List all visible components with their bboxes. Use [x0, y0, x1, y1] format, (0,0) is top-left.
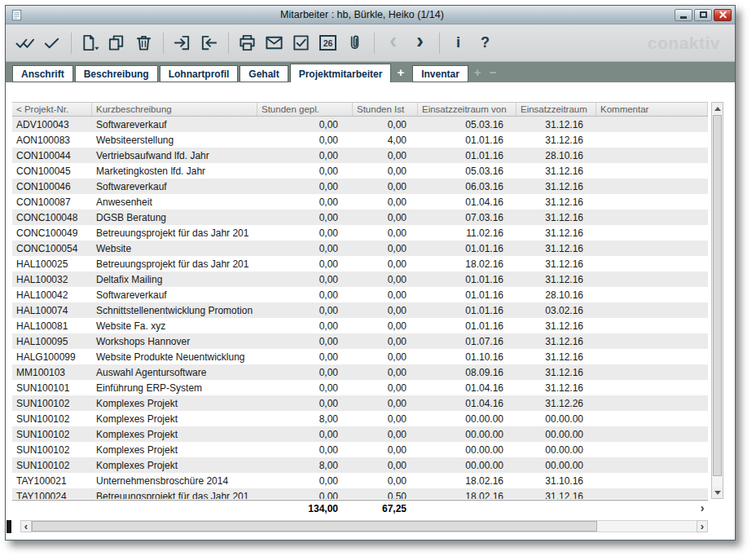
column-header[interactable]: Stunden Ist	[353, 103, 418, 116]
table-row[interactable]: CONC100054Website0,000,0001.01.1631.12.1…	[12, 240, 708, 256]
cell: TAY100024	[12, 488, 92, 499]
cell: 0,00	[353, 179, 418, 194]
tab-projektmitarbeiter[interactable]: Projektmitarbeiter	[290, 64, 392, 82]
cell: 31.12.16	[516, 194, 596, 210]
duplicate-icon[interactable]	[106, 30, 128, 56]
cell	[596, 240, 708, 256]
cell: 0,00	[257, 163, 353, 179]
cell: 0,00	[257, 194, 353, 210]
table-row[interactable]: SUN100101Einführung ERP-System0,000,0001…	[12, 380, 708, 395]
cell: ADV100043	[12, 117, 92, 132]
splitter-grip[interactable]	[7, 520, 11, 533]
tab-inventar[interactable]: Inventar	[412, 65, 468, 82]
cell: 0,00	[353, 364, 418, 380]
column-header[interactable]: < Projekt-Nr.	[12, 103, 92, 116]
column-header[interactable]: Kurzbeschreibung	[92, 103, 257, 116]
column-header[interactable]: Kommentar	[596, 103, 708, 116]
save-icon[interactable]	[41, 30, 63, 56]
scroll-down-button[interactable]	[712, 487, 723, 498]
column-header[interactable]: Stunden gepl.	[257, 103, 353, 116]
horizontal-scrollbar-thumb[interactable]	[32, 521, 597, 532]
tab-beschreibung[interactable]: Beschreibung	[75, 65, 158, 82]
cell: Betreuungsprojekt für das Jahr 201	[92, 488, 257, 499]
import-icon[interactable]	[171, 30, 193, 56]
table-row[interactable]: ADV100043Softwareverkauf0,000,0005.03.16…	[12, 117, 708, 132]
tab-anschrift[interactable]: Anschrift	[12, 65, 73, 82]
vertical-scrollbar[interactable]	[711, 102, 723, 499]
print-icon[interactable]	[236, 30, 258, 56]
cell: HAL100032	[12, 271, 92, 287]
table-row[interactable]: HAL100081Website Fa. xyz0,000,0001.01.16…	[12, 318, 708, 333]
cell: 0,00	[353, 225, 418, 240]
table-row[interactable]: CONC100048DGSB Beratung0,000,0007.03.163…	[12, 210, 708, 225]
table-row[interactable]: SUN100102Komplexes Projekt0,000,0001.04.…	[12, 395, 708, 411]
cell	[596, 364, 708, 380]
table-row[interactable]: CONC100049Betreuungsprojekt für das Jahr…	[12, 225, 708, 240]
vertical-scrollbar-track[interactable]	[712, 114, 723, 487]
table-row[interactable]: CON100087Anwesenheit0,000,0001.04.1631.1…	[12, 194, 708, 210]
cell: 00.00.00	[516, 442, 596, 457]
cell: 0,00	[257, 426, 353, 442]
info-icon[interactable]: i	[447, 30, 469, 56]
mail-icon[interactable]	[263, 30, 285, 56]
table-row[interactable]: HAL100032Deltafix Mailing0,000,0001.01.1…	[12, 271, 708, 287]
maximize-button[interactable]	[694, 9, 712, 21]
table-row[interactable]: CON100045Marketingkosten lfd. Jahr0,000,…	[12, 163, 708, 179]
cell: 31.12.16	[516, 380, 596, 395]
delete-icon[interactable]	[133, 30, 155, 56]
scroll-up-button[interactable]	[712, 103, 723, 114]
cell	[596, 256, 708, 271]
new-record-icon[interactable]	[79, 30, 101, 56]
table-row[interactable]: HAL100025Betreuungsprojekt für das Jahr …	[12, 256, 708, 271]
cell: TAY100021	[12, 473, 92, 488]
minimize-button[interactable]	[675, 9, 692, 21]
horizontal-scrollbar[interactable]: ‹ ›	[20, 520, 708, 532]
save-all-icon[interactable]	[14, 30, 36, 56]
table-row[interactable]: CON100044Vertriebsaufwand lfd. Jahr0,000…	[12, 148, 708, 163]
table-row[interactable]: MM100103Auswahl Agentursoftware0,000,000…	[12, 364, 708, 380]
cell: SUN100102	[12, 442, 92, 457]
tab-gehalt[interactable]: Gehalt	[240, 65, 288, 82]
table-row[interactable]: TAY100021Unternehmensbroschüre 20140,000…	[12, 473, 708, 488]
table-row[interactable]: AON100083Websiteerstellung0,004,0001.01.…	[12, 132, 708, 148]
table-row[interactable]: SUN100102Komplexes Projekt8,000,0000.00.…	[12, 457, 708, 473]
tab-lohnartprofil[interactable]: Lohnartprofil	[160, 65, 239, 82]
table-row[interactable]: CON100046Softwareverkauf0,000,0006.03.16…	[12, 179, 708, 194]
cell: HALG100099	[12, 349, 92, 364]
scroll-right-button[interactable]: ›	[697, 520, 708, 532]
confirm-icon[interactable]	[290, 30, 312, 56]
attachment-icon[interactable]	[344, 30, 366, 56]
titlebar[interactable]: Mitarbeiter : hb, Bürkle, Heiko (1/14)	[6, 6, 735, 24]
table-row[interactable]: TAY100024Betreuungsprojekt für das Jahr …	[12, 488, 708, 499]
cell	[596, 333, 708, 349]
export-icon[interactable]	[198, 30, 220, 56]
cell: SUN100101	[12, 380, 92, 395]
table-row[interactable]: HAL100074Schnittstellenentwicklung Promo…	[12, 302, 708, 318]
cell: 03.02.16	[516, 302, 596, 318]
table-row[interactable]: HAL100042Softwareverkauf0,000,0001.01.16…	[12, 287, 708, 302]
cell	[596, 194, 708, 210]
next-record-icon[interactable]: ›	[409, 30, 431, 56]
table-row[interactable]: SUN100102Komplexes Projekt0,000,0000.00.…	[12, 442, 708, 457]
table-row[interactable]: HALG100099Website Produkte Neuentwicklun…	[12, 349, 708, 364]
column-scroll-right-button[interactable]: ›	[697, 502, 708, 514]
vertical-scrollbar-thumb[interactable]	[713, 115, 722, 476]
cell: 0,00	[257, 240, 353, 256]
tab-actions[interactable]: + −	[470, 65, 503, 82]
cell: 0,00	[257, 318, 353, 333]
cell: 01.04.16	[418, 380, 516, 395]
horizontal-scrollbar-track[interactable]	[32, 520, 697, 532]
tab-actions[interactable]: +	[393, 65, 411, 82]
calendar-26-icon[interactable]: 26	[317, 30, 339, 56]
scroll-left-button[interactable]: ‹	[20, 520, 32, 532]
column-header[interactable]: Einsatzzeitraum	[516, 103, 596, 116]
next-record-glyph: ›	[416, 31, 424, 55]
cell: 0,00	[353, 210, 418, 225]
previous-record-icon[interactable]: ‹	[382, 30, 404, 56]
column-header[interactable]: Einsatzzeitraum von	[418, 103, 516, 116]
close-button[interactable]	[714, 9, 732, 21]
table-row[interactable]: HAL100095Workshops Hannover0,000,0001.07…	[12, 333, 708, 349]
table-row[interactable]: SUN100102Komplexes Projekt8,000,0000.00.…	[12, 411, 708, 426]
table-row[interactable]: SUN100102Komplexes Projekt0,000,0000.00.…	[12, 426, 708, 442]
help-icon[interactable]: ?	[474, 30, 496, 56]
